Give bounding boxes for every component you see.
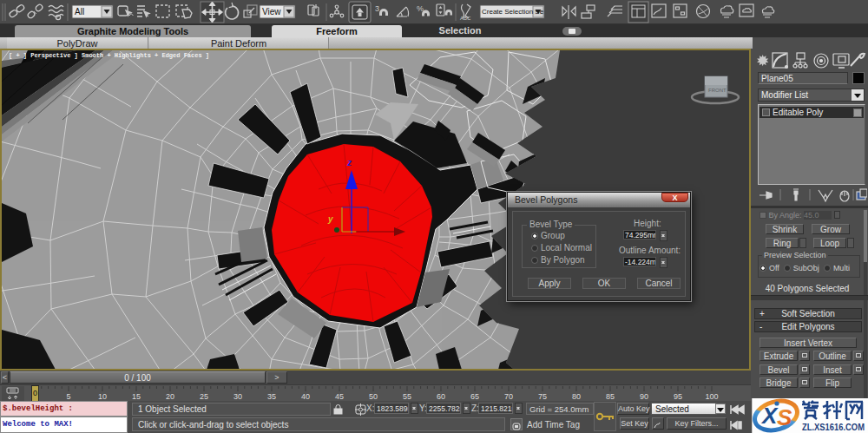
- svg-text:50: 50: [369, 392, 378, 401]
- svg-text:5: 5: [66, 392, 70, 401]
- svg-text:85: 85: [606, 392, 615, 401]
- svg-text:View: View: [262, 7, 281, 16]
- svg-text:30: 30: [233, 392, 242, 401]
- svg-text:10: 10: [98, 392, 107, 401]
- svg-text:25: 25: [200, 392, 208, 401]
- svg-text:All: All: [75, 7, 84, 16]
- svg-text:ABC: ABC: [460, 16, 471, 21]
- svg-text:3: 3: [375, 4, 379, 13]
- svg-text:45: 45: [335, 392, 344, 401]
- svg-text:ZL.XS1616.COM: ZL.XS1616.COM: [802, 423, 865, 432]
- svg-text:FRONT: FRONT: [708, 88, 727, 93]
- svg-text:75: 75: [538, 392, 547, 401]
- svg-text:40: 40: [301, 392, 310, 401]
- svg-text:95: 95: [674, 392, 682, 401]
- svg-text:z: z: [346, 158, 352, 167]
- svg-text:55: 55: [403, 392, 411, 401]
- svg-text:100: 100: [705, 392, 718, 401]
- svg-text:S: S: [777, 404, 792, 430]
- svg-text:60: 60: [437, 392, 445, 401]
- svg-text:90: 90: [640, 392, 648, 401]
- svg-text:70: 70: [504, 392, 513, 401]
- svg-text:X: X: [760, 403, 779, 429]
- svg-text:35: 35: [267, 392, 276, 401]
- svg-text:80: 80: [572, 392, 581, 401]
- svg-text:15: 15: [132, 392, 141, 401]
- svg-text:65: 65: [470, 392, 479, 401]
- svg-text:20: 20: [166, 392, 174, 401]
- svg-text:y: y: [327, 214, 333, 224]
- svg-text:Create Selection Se: Create Selection Se: [482, 8, 544, 16]
